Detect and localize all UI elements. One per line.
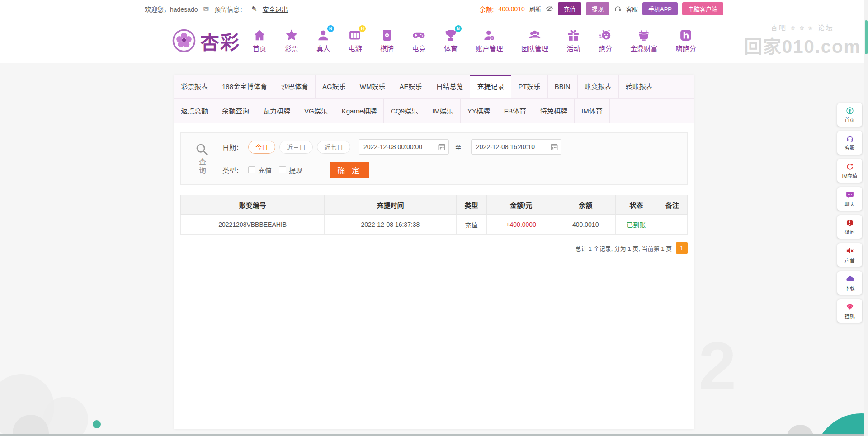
page-number-button[interactable]: 1 (676, 242, 688, 254)
activity-icon (566, 28, 580, 42)
float-item-refresh[interactable]: IM充值 (837, 159, 862, 183)
nav-item-account[interactable]: 账户管理 (476, 28, 503, 53)
scrollbar-thumb[interactable] (865, 20, 868, 54)
nav-item-sports[interactable]: N 体育 (444, 28, 458, 53)
nav-item-team[interactable]: 团队管理 (521, 28, 548, 53)
logout-link[interactable]: 安全退出 (263, 5, 288, 14)
date-from-wrap (359, 139, 449, 155)
tab-item[interactable]: FB体育 (497, 99, 533, 123)
tab-item[interactable]: 返点总额 (174, 99, 215, 123)
float-item-headset[interactable]: 客服 (837, 131, 862, 155)
bottom-strip (0, 434, 868, 436)
tab-item[interactable]: 特免棋牌 (533, 99, 575, 123)
tab-item[interactable]: 日结总览 (429, 75, 470, 98)
mobile-app-button[interactable]: 手机APP (642, 2, 678, 15)
esports-icon (412, 28, 425, 42)
nav-item-lottery[interactable]: 彩票 (285, 28, 298, 53)
paofen-icon (599, 28, 612, 42)
tab-item[interactable]: AE娱乐 (392, 75, 429, 98)
tab-item[interactable]: 沙巴体育 (274, 75, 316, 98)
date-preset-button[interactable]: 近七日 (317, 141, 350, 154)
tab-item[interactable]: PT娱乐 (511, 75, 547, 98)
tab-item[interactable]: 瓦力棋牌 (256, 99, 297, 123)
tab-item[interactable]: IM娱乐 (425, 99, 461, 123)
type-label: 类型： (222, 165, 243, 175)
type-checkbox[interactable]: 提现 (279, 165, 302, 175)
refresh-link[interactable]: 刷新 (529, 5, 541, 13)
slots-icon: H (348, 28, 362, 42)
tab-item[interactable]: 账变报表 (578, 75, 619, 98)
tab-item[interactable]: 彩票报表 (174, 75, 215, 98)
table-header-cell: 备注 (657, 195, 687, 215)
table-cell-remark: ----- (657, 215, 687, 235)
tab-item[interactable]: CQ9娱乐 (384, 99, 425, 123)
refresh-icon (846, 163, 854, 171)
float-item-mute[interactable]: 声音 (837, 243, 862, 267)
tabs-row-1: 彩票报表188金宝博体育沙巴体育AG娱乐WM娱乐AE娱乐日结总览充提记录PT娱乐… (174, 75, 694, 99)
query-block: 查询 (181, 139, 222, 178)
headset-icon (846, 135, 854, 143)
nav-item-hipaofen[interactable]: 嗨跑分 (676, 28, 696, 53)
withdraw-button[interactable]: 提现 (586, 2, 609, 15)
mail-icon[interactable]: ✉ (203, 5, 209, 12)
tab-item[interactable]: 充提记录 (470, 75, 511, 98)
nav-item-jinding[interactable]: 金鼎财富 (630, 28, 657, 53)
recharge-button[interactable]: 充值 (558, 2, 581, 15)
search-icon (195, 142, 208, 156)
eye-off-icon[interactable] (546, 5, 553, 13)
float-item-cloud[interactable]: 下载 (837, 271, 862, 295)
float-item-label: 客服 (845, 144, 855, 151)
watermark-domain: 回家010.com (744, 32, 861, 58)
checkbox-box[interactable] (248, 166, 255, 173)
tab-item[interactable]: 转账报表 (619, 75, 660, 98)
lottery-icon (285, 28, 298, 42)
tab-item[interactable]: YY棋牌 (461, 99, 497, 123)
float-item-exclaim[interactable]: 疑问 (837, 215, 862, 239)
live-icon: N (316, 28, 330, 42)
nav-item-activity[interactable]: 活动 (566, 28, 580, 53)
table-header-row: 账变编号充提时间类型金额/元余额状态备注 (181, 195, 688, 215)
table-cell-time: 2022-12-08 16:37:38 (325, 215, 456, 235)
type-checkbox[interactable]: 充值 (248, 165, 272, 175)
nav-item-paofen[interactable]: 跑分 (599, 28, 612, 53)
topbar-right: 余额: 400.0010 刷新 充值 提现 客服 手机APP 电脑客户端 (480, 2, 723, 15)
pagination: 总计 1 个记录, 分为 1 页, 当前第 1 页 1 (180, 242, 688, 254)
tab-item[interactable]: BBIN (548, 75, 578, 98)
nav-item-home[interactable]: 首页 (253, 28, 266, 53)
service-link[interactable]: 客服 (626, 5, 638, 13)
tab-item[interactable]: 余额查询 (215, 99, 256, 123)
nav-item-chess[interactable]: 棋牌 (380, 28, 394, 53)
tab-item[interactable]: VG娱乐 (297, 99, 335, 123)
tab-item[interactable]: AG娱乐 (316, 75, 353, 98)
tab-item[interactable]: WM娱乐 (353, 75, 393, 98)
edit-icon[interactable]: ✎ (251, 5, 257, 12)
nav-item-esports[interactable]: 电竞 (412, 28, 425, 53)
tab-item[interactable]: Kgame棋牌 (335, 99, 384, 123)
date-preset-button[interactable]: 今日 (248, 141, 275, 154)
confirm-button[interactable]: 确 定 (330, 162, 369, 178)
nav-item-label: 账户管理 (476, 43, 503, 53)
records-table: 账变编号充提时间类型金额/元余额状态备注 20221208VBBBEEAHIB2… (180, 195, 688, 235)
nav-item-live[interactable]: N 真人 (316, 28, 330, 53)
pc-client-button[interactable]: 电脑客户端 (682, 2, 723, 15)
date-from-input[interactable] (359, 139, 449, 155)
calendar-icon[interactable] (550, 143, 558, 151)
nav-item-label: 真人 (316, 43, 330, 53)
float-item-arrow-up-circle[interactable]: 首页 (837, 103, 862, 127)
float-item-chat[interactable]: 聊天 (837, 187, 862, 211)
float-item-label: 疑问 (845, 228, 855, 235)
table-header-cell: 状态 (615, 195, 657, 215)
table-body: 20221208VBBBEEAHIB2022-12-08 16:37:38充值+… (181, 215, 688, 235)
tab-item[interactable]: IM体育 (575, 99, 610, 123)
logo[interactable]: 杏彩 (172, 27, 240, 55)
tab-item[interactable]: 188金宝博体育 (215, 75, 274, 98)
scrollbar[interactable] (864, 0, 868, 436)
nav-item-slots[interactable]: H 电游 (348, 28, 362, 53)
float-item-gem[interactable]: 挂机 (837, 299, 862, 323)
calendar-icon[interactable] (438, 143, 446, 151)
team-icon (528, 28, 542, 42)
checkbox-box[interactable] (279, 166, 286, 173)
date-preset-button[interactable]: 近三日 (279, 141, 313, 154)
date-to-input[interactable] (471, 139, 561, 155)
content-area: 彩票报表188金宝博体育沙巴体育AG娱乐WM娱乐AE娱乐日结总览充提记录PT娱乐… (0, 63, 868, 429)
